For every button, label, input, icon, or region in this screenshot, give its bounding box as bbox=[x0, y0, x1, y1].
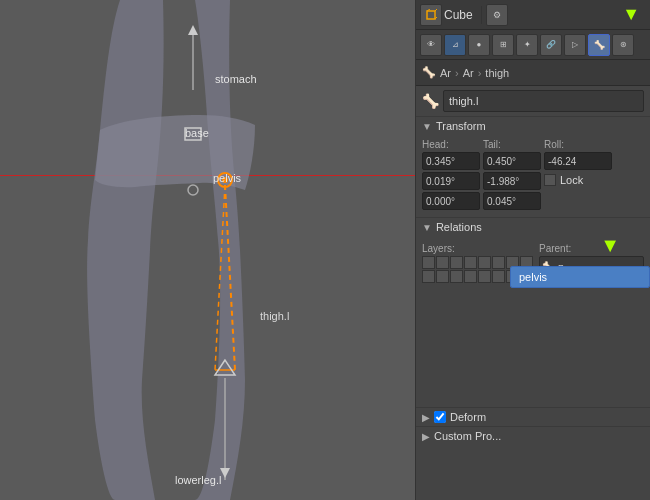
relations-label: Relations bbox=[436, 221, 482, 233]
layer-10[interactable] bbox=[436, 270, 449, 283]
lock-label: Lock bbox=[560, 174, 583, 186]
label-lowerleg: lowerleg.l bbox=[175, 474, 221, 486]
layer-1[interactable] bbox=[422, 256, 435, 269]
relations-arrow: ▼ bbox=[422, 222, 432, 233]
particle-btn[interactable]: ✦ bbox=[516, 34, 538, 56]
layer-5[interactable] bbox=[478, 256, 491, 269]
svg-line-14 bbox=[435, 9, 437, 11]
tail-label: Tail: bbox=[483, 139, 541, 150]
layer-12[interactable] bbox=[464, 270, 477, 283]
layer-11[interactable] bbox=[450, 270, 463, 283]
tex-btn[interactable]: ⊞ bbox=[492, 34, 514, 56]
transform-label: Transform bbox=[436, 120, 486, 132]
bc-sep1: › bbox=[455, 67, 459, 79]
deform-section[interactable]: ▶ Deform bbox=[416, 407, 650, 426]
sep1 bbox=[481, 6, 482, 24]
layer-4[interactable] bbox=[464, 256, 477, 269]
viewport[interactable]: stomach base pelvis thigh.l lowerleg.l bbox=[0, 0, 415, 500]
transform-labels-row: Head: 0.345° 0.019° 0.000° Tail: 0.450° … bbox=[422, 139, 644, 210]
viewport-svg bbox=[0, 0, 415, 500]
cube-title-btn[interactable] bbox=[420, 4, 442, 26]
view-btn[interactable]: 👁 bbox=[420, 34, 442, 56]
layer-13[interactable] bbox=[478, 270, 491, 283]
custom-props-arrow: ▶ bbox=[422, 431, 430, 442]
layer-14[interactable] bbox=[492, 270, 505, 283]
svg-rect-12 bbox=[427, 11, 435, 19]
custom-props-section[interactable]: ▶ Custom Pro... bbox=[416, 426, 650, 445]
layers-label: Layers: bbox=[422, 243, 533, 254]
head-x[interactable]: 0.345° bbox=[422, 152, 480, 170]
lock-checkbox[interactable] bbox=[544, 174, 556, 186]
transform-header[interactable]: ▼ Transform bbox=[416, 116, 650, 135]
roll-label: Roll: bbox=[544, 139, 612, 150]
custom-props-label: Custom Pro... bbox=[434, 430, 501, 442]
right-panel: Cube ⚙ ▼ 👁 ⊿ ● ⊞ ✦ 🔗 ▷ 🦴 ⊛ 🦴 Ar › Ar › t… bbox=[415, 0, 650, 500]
second-toolbar: 👁 ⊿ ● ⊞ ✦ 🔗 ▷ 🦴 ⊛ bbox=[416, 30, 650, 60]
lock-row: Lock bbox=[544, 174, 612, 186]
bc-sep2: › bbox=[478, 67, 482, 79]
svg-point-11 bbox=[188, 185, 198, 195]
bc-thigh: thigh bbox=[485, 67, 509, 79]
anim-btn[interactable]: ▷ bbox=[564, 34, 586, 56]
layer-6[interactable] bbox=[492, 256, 505, 269]
breadcrumb: 🦴 Ar › Ar › thigh bbox=[416, 60, 650, 86]
relations-section: ▼ Layers: bbox=[416, 236, 650, 287]
cube-label: Cube bbox=[444, 8, 473, 22]
label-thigh: thigh.l bbox=[260, 310, 289, 322]
layer-9[interactable] bbox=[422, 270, 435, 283]
transform-arrow: ▼ bbox=[422, 121, 432, 132]
head-label: Head: bbox=[422, 139, 480, 150]
bone-name-row: 🦴 bbox=[416, 86, 650, 116]
obj-btn[interactable]: ⊿ bbox=[444, 34, 466, 56]
parent-label: Parent: bbox=[539, 243, 644, 254]
layer-2[interactable] bbox=[436, 256, 449, 269]
bc-icon: 🦴 bbox=[422, 66, 436, 79]
link-btn[interactable]: 🔗 bbox=[540, 34, 562, 56]
tail-y[interactable]: -1.988° bbox=[483, 172, 541, 190]
head-z[interactable]: 0.000° bbox=[422, 192, 480, 210]
svg-marker-1 bbox=[188, 25, 198, 35]
bone-name-input[interactable] bbox=[443, 90, 644, 112]
transform-section: Head: 0.345° 0.019° 0.000° Tail: 0.450° … bbox=[416, 135, 650, 217]
bone-name-icon: 🦴 bbox=[422, 93, 439, 109]
label-stomach: stomach bbox=[215, 73, 257, 85]
parent-col: Parent: 🦴 pelvis bbox=[539, 243, 644, 278]
mat-btn[interactable]: ● bbox=[468, 34, 490, 56]
green-arrow-parent: ▼ bbox=[600, 234, 620, 257]
tail-x[interactable]: 0.450° bbox=[483, 152, 541, 170]
deform-checkbox[interactable] bbox=[434, 411, 446, 423]
deform-label: Deform bbox=[450, 411, 486, 423]
green-arrow-top: ▼ bbox=[622, 4, 640, 25]
tail-z[interactable]: 0.045° bbox=[483, 192, 541, 210]
label-pelvis: pelvis bbox=[213, 172, 241, 184]
top-toolbar: Cube ⚙ ▼ bbox=[416, 0, 650, 30]
settings-btn[interactable]: ⚙ bbox=[486, 4, 508, 26]
roll-group: Roll: -46.24 Lock bbox=[544, 139, 612, 210]
deform-arrow: ▶ bbox=[422, 412, 430, 423]
bc-ar2: Ar bbox=[463, 67, 474, 79]
head-y[interactable]: 0.019° bbox=[422, 172, 480, 190]
dropdown-pelvis[interactable]: pelvis bbox=[511, 267, 649, 287]
label-base: base bbox=[185, 127, 209, 139]
extra-btn[interactable]: ⊛ bbox=[612, 34, 634, 56]
bone-btn[interactable]: 🦴 bbox=[588, 34, 610, 56]
bc-ar1: Ar bbox=[440, 67, 451, 79]
tail-group: Tail: 0.450° -1.988° 0.045° bbox=[483, 139, 541, 210]
main-layout: stomach base pelvis thigh.l lowerleg.l C… bbox=[0, 0, 650, 500]
layer-3[interactable] bbox=[450, 256, 463, 269]
roll-val[interactable]: -46.24 bbox=[544, 152, 612, 170]
head-group: Head: 0.345° 0.019° 0.000° bbox=[422, 139, 480, 210]
parent-dropdown[interactable]: pelvis bbox=[510, 266, 650, 288]
